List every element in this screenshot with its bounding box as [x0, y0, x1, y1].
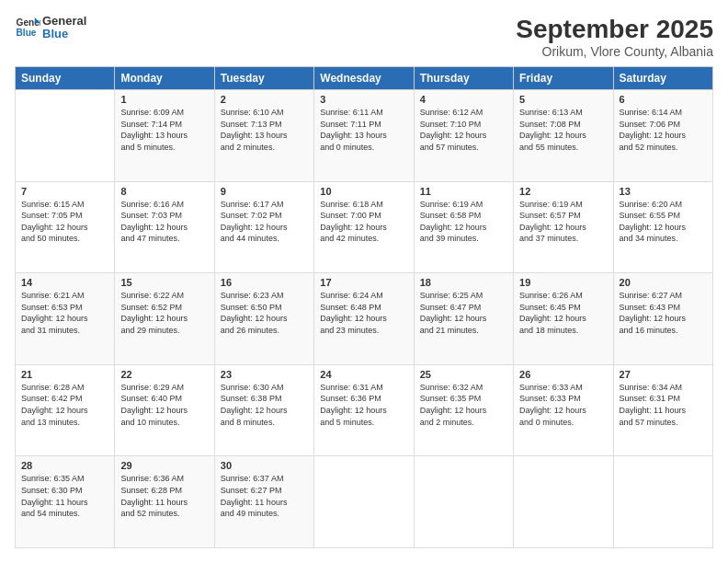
header-thursday: Thursday [414, 67, 513, 90]
day-info: Sunrise: 6:27 AM Sunset: 6:43 PM Dayligh… [620, 290, 707, 336]
day-number: 10 [320, 186, 407, 197]
day-info: Sunrise: 6:21 AM Sunset: 6:53 PM Dayligh… [21, 290, 108, 336]
day-number: 27 [620, 369, 707, 380]
day-number: 28 [21, 460, 108, 471]
day-info: Sunrise: 6:17 AM Sunset: 7:02 PM Dayligh… [221, 199, 308, 245]
day-info: Sunrise: 6:22 AM Sunset: 6:52 PM Dayligh… [120, 290, 208, 336]
calendar-cell: 23Sunrise: 6:30 AM Sunset: 6:38 PM Dayli… [214, 364, 313, 456]
calendar-cell: 28Sunrise: 6:35 AM Sunset: 6:30 PM Dayli… [16, 456, 115, 548]
day-number: 7 [21, 186, 108, 197]
calendar-cell: 6Sunrise: 6:14 AM Sunset: 7:06 PM Daylig… [613, 90, 712, 182]
calendar-cell: 30Sunrise: 6:37 AM Sunset: 6:27 PM Dayli… [214, 456, 313, 548]
day-number: 8 [120, 186, 208, 197]
day-number: 23 [221, 369, 308, 380]
calendar-cell: 5Sunrise: 6:13 AM Sunset: 7:08 PM Daylig… [514, 90, 613, 182]
calendar-cell: 12Sunrise: 6:19 AM Sunset: 6:57 PM Dayli… [514, 181, 613, 273]
day-number: 2 [221, 94, 308, 105]
day-number: 3 [320, 94, 407, 105]
calendar-cell: 26Sunrise: 6:33 AM Sunset: 6:33 PM Dayli… [514, 364, 613, 456]
day-info: Sunrise: 6:34 AM Sunset: 6:31 PM Dayligh… [620, 382, 707, 428]
day-info: Sunrise: 6:31 AM Sunset: 6:36 PM Dayligh… [320, 382, 407, 428]
calendar-cell: 17Sunrise: 6:24 AM Sunset: 6:48 PM Dayli… [314, 273, 414, 365]
day-info: Sunrise: 6:19 AM Sunset: 6:57 PM Dayligh… [519, 199, 607, 245]
header-monday: Monday [115, 67, 214, 90]
day-info: Sunrise: 6:09 AM Sunset: 7:14 PM Dayligh… [120, 107, 208, 153]
day-info: Sunrise: 6:30 AM Sunset: 6:38 PM Dayligh… [221, 382, 308, 428]
day-number: 16 [221, 277, 308, 288]
calendar-cell: 9Sunrise: 6:17 AM Sunset: 7:02 PM Daylig… [214, 181, 313, 273]
calendar-cell: 10Sunrise: 6:18 AM Sunset: 7:00 PM Dayli… [314, 181, 414, 273]
logo-line2: Blue [42, 28, 86, 40]
calendar-cell: 18Sunrise: 6:25 AM Sunset: 6:47 PM Dayli… [414, 273, 513, 365]
calendar-cell: 8Sunrise: 6:16 AM Sunset: 7:03 PM Daylig… [115, 181, 214, 273]
day-number: 14 [21, 277, 108, 288]
header-saturday: Saturday [613, 67, 712, 90]
svg-text:Blue: Blue [17, 29, 37, 39]
day-number: 4 [420, 94, 507, 105]
day-info: Sunrise: 6:16 AM Sunset: 7:03 PM Dayligh… [120, 199, 208, 245]
day-number: 18 [420, 277, 507, 288]
day-number: 1 [120, 94, 208, 105]
calendar-cell: 16Sunrise: 6:23 AM Sunset: 6:50 PM Dayli… [214, 273, 313, 365]
calendar-cell: 7Sunrise: 6:15 AM Sunset: 7:05 PM Daylig… [16, 181, 115, 273]
calendar-cell: 27Sunrise: 6:34 AM Sunset: 6:31 PM Dayli… [613, 364, 712, 456]
calendar-cell: 15Sunrise: 6:22 AM Sunset: 6:52 PM Dayli… [115, 273, 214, 365]
day-info: Sunrise: 6:24 AM Sunset: 6:48 PM Dayligh… [320, 290, 407, 336]
calendar-cell: 2Sunrise: 6:10 AM Sunset: 7:13 PM Daylig… [214, 90, 313, 182]
day-info: Sunrise: 6:10 AM Sunset: 7:13 PM Dayligh… [221, 107, 308, 153]
day-info: Sunrise: 6:19 AM Sunset: 6:58 PM Dayligh… [420, 199, 507, 245]
calendar-cell: 22Sunrise: 6:29 AM Sunset: 6:40 PM Dayli… [115, 364, 214, 456]
day-info: Sunrise: 6:15 AM Sunset: 7:05 PM Dayligh… [21, 199, 108, 245]
page-title: September 2025 [516, 15, 713, 44]
calendar-header: SundayMondayTuesdayWednesdayThursdayFrid… [16, 67, 713, 90]
calendar-cell: 14Sunrise: 6:21 AM Sunset: 6:53 PM Dayli… [16, 273, 115, 365]
day-info: Sunrise: 6:14 AM Sunset: 7:06 PM Dayligh… [620, 107, 707, 153]
day-info: Sunrise: 6:26 AM Sunset: 6:45 PM Dayligh… [519, 290, 607, 336]
calendar-cell [613, 456, 712, 548]
header-sunday: Sunday [16, 67, 115, 90]
day-number: 5 [519, 94, 607, 105]
calendar-cell: 3Sunrise: 6:11 AM Sunset: 7:11 PM Daylig… [314, 90, 414, 182]
day-number: 24 [320, 369, 407, 380]
day-info: Sunrise: 6:33 AM Sunset: 6:33 PM Dayligh… [519, 382, 607, 428]
day-number: 22 [120, 369, 208, 380]
day-info: Sunrise: 6:37 AM Sunset: 6:27 PM Dayligh… [221, 473, 308, 519]
day-info: Sunrise: 6:12 AM Sunset: 7:10 PM Dayligh… [420, 107, 507, 153]
day-number: 15 [120, 277, 208, 288]
calendar-cell: 13Sunrise: 6:20 AM Sunset: 6:55 PM Dayli… [613, 181, 712, 273]
day-number: 25 [420, 369, 507, 380]
day-info: Sunrise: 6:23 AM Sunset: 6:50 PM Dayligh… [221, 290, 308, 336]
day-info: Sunrise: 6:20 AM Sunset: 6:55 PM Dayligh… [620, 199, 707, 245]
calendar-cell: 19Sunrise: 6:26 AM Sunset: 6:45 PM Dayli… [514, 273, 613, 365]
day-info: Sunrise: 6:11 AM Sunset: 7:11 PM Dayligh… [320, 107, 407, 153]
day-number: 12 [519, 186, 607, 197]
calendar-cell: 24Sunrise: 6:31 AM Sunset: 6:36 PM Dayli… [314, 364, 414, 456]
day-info: Sunrise: 6:36 AM Sunset: 6:28 PM Dayligh… [120, 473, 208, 519]
header-wednesday: Wednesday [314, 67, 414, 90]
calendar-cell: 4Sunrise: 6:12 AM Sunset: 7:10 PM Daylig… [414, 90, 513, 182]
day-info: Sunrise: 6:29 AM Sunset: 6:40 PM Dayligh… [120, 382, 208, 428]
calendar-cell [16, 90, 115, 182]
header-tuesday: Tuesday [214, 67, 313, 90]
day-number: 13 [620, 186, 707, 197]
location: Orikum, Vlore County, Albania [516, 44, 713, 59]
calendar-cell: 20Sunrise: 6:27 AM Sunset: 6:43 PM Dayli… [613, 273, 712, 365]
calendar-cell: 29Sunrise: 6:36 AM Sunset: 6:28 PM Dayli… [115, 456, 214, 548]
day-number: 9 [221, 186, 308, 197]
calendar-cell: 1Sunrise: 6:09 AM Sunset: 7:14 PM Daylig… [115, 90, 214, 182]
day-number: 17 [320, 277, 407, 288]
calendar-cell: 25Sunrise: 6:32 AM Sunset: 6:35 PM Dayli… [414, 364, 513, 456]
calendar-cell [314, 456, 414, 548]
day-info: Sunrise: 6:28 AM Sunset: 6:42 PM Dayligh… [21, 382, 108, 428]
day-number: 21 [21, 369, 108, 380]
day-info: Sunrise: 6:13 AM Sunset: 7:08 PM Dayligh… [519, 107, 607, 153]
calendar-cell [414, 456, 513, 548]
day-info: Sunrise: 6:18 AM Sunset: 7:00 PM Dayligh… [320, 199, 407, 245]
day-number: 26 [519, 369, 607, 380]
calendar-cell: 11Sunrise: 6:19 AM Sunset: 6:58 PM Dayli… [414, 181, 513, 273]
day-number: 30 [221, 460, 308, 471]
logo: General Blue General Blue [15, 15, 86, 41]
day-number: 20 [620, 277, 707, 288]
day-number: 29 [120, 460, 208, 471]
calendar-cell: 21Sunrise: 6:28 AM Sunset: 6:42 PM Dayli… [16, 364, 115, 456]
